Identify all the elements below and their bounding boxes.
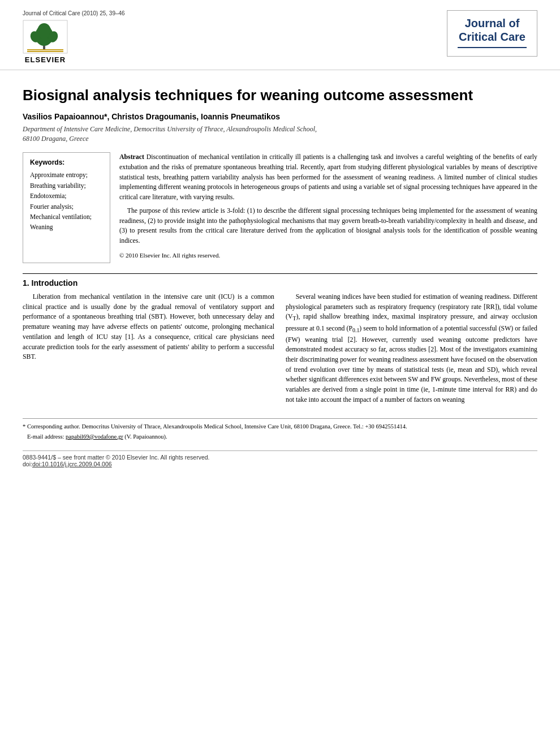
- footnote-area: * Corresponding author. Democritus Unive…: [23, 418, 537, 441]
- authors: Vasilios Papaioannou*, Christos Dragouma…: [23, 112, 537, 121]
- keyword-item: Weaning: [30, 222, 103, 232]
- section-title: 1. Introduction: [23, 278, 537, 287]
- article-title: Biosignal analysis techniques for weanin…: [23, 86, 537, 105]
- intro-col2-para1: Several weaning indices have been studie…: [286, 292, 537, 405]
- doi-link[interactable]: doi:10.1016/j.jcrc.2009.04.006: [32, 461, 112, 467]
- keyword-item: Mechanical ventilation;: [30, 212, 103, 222]
- svg-rect-7: [27, 51, 63, 52]
- header-left: Journal of Critical Care (2010) 25, 39–4…: [23, 10, 125, 64]
- keyword-item: Endotoxemia;: [30, 191, 103, 201]
- abstract-paragraph-2: The purpose of this review article is 3-…: [119, 206, 537, 246]
- two-column-body: Liberation from mechanical ventilation i…: [23, 292, 537, 408]
- section-divider: [23, 273, 537, 274]
- abstract-text-1: Discontinuation of mechanical ventilatio…: [119, 153, 537, 201]
- footnote-corresponding: * Corresponding author. Democritus Unive…: [23, 422, 537, 431]
- journal-title-box: Journal of Critical Care: [447, 10, 537, 57]
- elsevier-logo: ELSEVIER: [23, 20, 68, 64]
- abstract-paragraph-1: Abstract Discontinuation of mechanical v…: [119, 152, 537, 202]
- header: Journal of Critical Care (2010) 25, 39–4…: [0, 0, 560, 70]
- journal-meta: Journal of Critical Care (2010) 25, 39–4…: [23, 10, 125, 16]
- elsevier-graphic-icon: [23, 20, 68, 54]
- elsevier-brand: ELSEVIER: [25, 55, 66, 64]
- issn-line1: 0883-9441/$ – see front matter © 2010 El…: [23, 454, 537, 461]
- keywords-title: Keywords:: [30, 158, 103, 166]
- main-content: Biosignal analysis techniques for weanin…: [0, 70, 560, 479]
- col-left: Liberation from mechanical ventilation i…: [23, 292, 274, 408]
- svg-rect-6: [27, 49, 63, 50]
- keyword-item: Approximate entropy;: [30, 170, 103, 180]
- abstract-box: Abstract Discontinuation of mechanical v…: [119, 152, 537, 263]
- keywords-box: Keywords: Approximate entropy; Breathing…: [23, 152, 110, 263]
- issn-line2: doi:doi:10.1016/j.jcrc.2009.04.006: [23, 461, 537, 467]
- keyword-item: Fourier analysis;: [30, 201, 103, 212]
- keywords-list: Approximate entropy; Breathing variabili…: [30, 170, 103, 232]
- keyword-item: Breathing variability;: [30, 181, 103, 191]
- page: Journal of Critical Care (2010) 25, 39–4…: [0, 0, 560, 747]
- intro-col1-para1: Liberation from mechanical ventilation i…: [23, 292, 274, 362]
- abstract-row: Keywords: Approximate entropy; Breathing…: [23, 152, 537, 263]
- issn-bar: 0883-9441/$ – see front matter © 2010 El…: [23, 450, 537, 467]
- email-link[interactable]: papabil69@vodafone.gr: [66, 433, 123, 440]
- affiliation: Department of Intensive Care Medicine, D…: [23, 124, 537, 144]
- col-right: Several weaning indices have been studie…: [286, 292, 537, 408]
- journal-divider: [458, 47, 527, 48]
- journal-title: Journal of Critical Care: [458, 16, 527, 44]
- abstract-label: Abstract: [119, 153, 144, 161]
- abstract-text-2: The purpose of this review article is 3-…: [119, 207, 537, 244]
- footnote-email: E-mail address: papabil69@vodafone.gr (V…: [23, 432, 537, 441]
- abstract-copyright: © 2010 Elsevier Inc. All rights reserved…: [119, 251, 537, 260]
